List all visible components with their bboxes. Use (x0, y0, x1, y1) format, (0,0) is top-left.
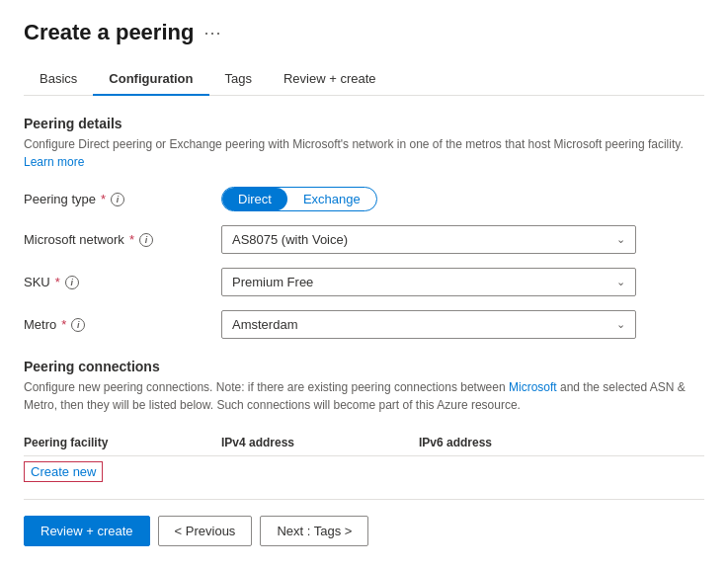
microsoft-network-info-icon[interactable]: i (139, 233, 153, 247)
microsoft-link[interactable]: Microsoft (509, 380, 557, 394)
peering-type-toggle: Direct Exchange (221, 187, 636, 211)
toggle-direct[interactable]: Direct (222, 188, 287, 210)
metro-label: Metro * i (24, 317, 221, 332)
required-star-3: * (55, 275, 60, 289)
col-header-ipv4: IPv4 address (221, 436, 419, 449)
bottom-divider (24, 499, 704, 500)
microsoft-network-row: Microsoft network * i AS8075 (with Voice… (24, 225, 704, 254)
create-new-row: Create new (24, 464, 704, 479)
metro-value: Amsterdam (232, 317, 297, 332)
next-button[interactable]: Next : Tags > (260, 516, 368, 546)
tab-bar: Basics Configuration Tags Review + creat… (24, 63, 704, 96)
required-star-2: * (129, 232, 134, 247)
sku-chevron-icon: ⌄ (616, 276, 625, 288)
toggle-exchange[interactable]: Exchange (287, 188, 376, 210)
peering-details-title: Peering details (24, 116, 704, 131)
create-new-link[interactable]: Create new (24, 461, 103, 482)
metro-chevron-icon: ⌄ (616, 318, 625, 331)
peering-connections-desc: Configure new peering connections. Note:… (24, 378, 704, 414)
metro-dropdown-wrapper: Amsterdam ⌄ (221, 310, 636, 339)
peering-connections-title: Peering connections (24, 359, 704, 374)
metro-info-icon[interactable]: i (71, 318, 85, 332)
required-star-4: * (61, 317, 66, 332)
page-title: Create a peering (24, 20, 194, 45)
sku-label: SKU * i (24, 275, 221, 289)
bottom-bar: Review + create < Previous Next : Tags > (24, 516, 704, 546)
peering-type-label: Peering type * i (24, 192, 221, 206)
peering-connections-section: Peering connections Configure new peerin… (24, 359, 704, 479)
sku-row: SKU * i Premium Free ⌄ (24, 268, 704, 296)
tab-basics[interactable]: Basics (24, 63, 93, 96)
tab-review-create[interactable]: Review + create (268, 63, 392, 96)
ellipsis-menu-icon[interactable]: ··· (203, 23, 221, 43)
sku-dropdown[interactable]: Premium Free ⌄ (221, 268, 636, 296)
col-header-facility: Peering facility (24, 436, 221, 449)
microsoft-network-value: AS8075 (with Voice) (232, 232, 348, 247)
table-header: Peering facility IPv4 address IPv6 addre… (24, 428, 704, 456)
learn-more-link[interactable]: Learn more (24, 155, 84, 169)
metro-dropdown[interactable]: Amsterdam ⌄ (221, 310, 636, 339)
microsoft-network-dropdown[interactable]: AS8075 (with Voice) ⌄ (221, 225, 636, 254)
microsoft-network-dropdown-wrapper: AS8075 (with Voice) ⌄ (221, 225, 636, 254)
peering-type-info-icon[interactable]: i (111, 193, 124, 206)
required-star: * (101, 192, 106, 206)
microsoft-network-chevron-icon: ⌄ (616, 233, 625, 246)
sku-dropdown-wrapper: Premium Free ⌄ (221, 268, 636, 296)
review-create-button[interactable]: Review + create (24, 516, 150, 546)
col-header-ipv6: IPv6 address (419, 436, 616, 449)
sku-value: Premium Free (232, 275, 313, 289)
previous-button[interactable]: < Previous (158, 516, 253, 546)
sku-info-icon[interactable]: i (65, 276, 79, 289)
metro-row: Metro * i Amsterdam ⌄ (24, 310, 704, 339)
microsoft-network-label: Microsoft network * i (24, 232, 221, 247)
tab-tags[interactable]: Tags (209, 63, 268, 96)
tab-configuration[interactable]: Configuration (93, 63, 208, 96)
peering-details-desc: Configure Direct peering or Exchange pee… (24, 135, 704, 171)
peering-type-row: Peering type * i Direct Exchange (24, 187, 704, 211)
